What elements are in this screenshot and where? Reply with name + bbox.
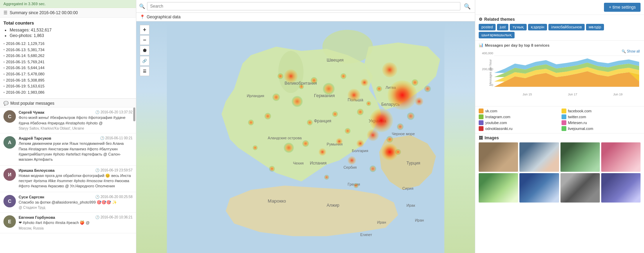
- svg-point-30: [382, 62, 397, 77]
- image-thumb-2[interactable]: [519, 142, 559, 172]
- svg-text:Египет: Египет: [360, 233, 372, 237]
- geo-bar: 📍 Geographical data: [136, 13, 475, 21]
- legend-item: Mirtesen.ru: [562, 120, 641, 125]
- message-time: 🕐 2016-06-20 13:37:32: [95, 110, 133, 114]
- theme-tag[interactable]: түнық: [510, 24, 527, 30]
- list-item[interactable]: И Иришка Белоусова 🕐 2016-06-19 23:59:57…: [0, 166, 136, 192]
- date-label: 2016-06-18: 5,308,895: [6, 77, 45, 84]
- map-layers-button[interactable]: ☰: [140, 66, 149, 76]
- image-thumb-3[interactable]: [560, 142, 600, 172]
- image-thumb-8[interactable]: [601, 173, 641, 203]
- theme-tag[interactable]: шығармашылық: [479, 32, 515, 38]
- message-author: Евгения Горбунова: [19, 215, 55, 219]
- zoom-out-button[interactable]: −: [140, 35, 149, 45]
- zoom-in-button[interactable]: +: [140, 25, 149, 35]
- image-thumb-7[interactable]: [560, 173, 600, 203]
- legend-grid: vk.com facebook.com Instagram.com twitte…: [475, 106, 644, 133]
- summary-bar: ☰ Summary since 2016-06-12 00:00:00: [0, 8, 136, 18]
- message-author: Суси Саргсян: [19, 195, 44, 199]
- message-time: 🕐 2016-06-20 10:36:21: [95, 215, 133, 219]
- legend-color: [479, 114, 484, 119]
- svg-point-43: [407, 112, 414, 120]
- legend-item: livejournal.com: [562, 126, 641, 131]
- counters-title: Total counters: [3, 20, 133, 26]
- message-text: Легким движением руки или Язык телодвиже…: [19, 141, 133, 162]
- message-header: Андрей Тарсуков 🕐 2016-06-11 00:21: [19, 136, 133, 140]
- message-content: Суси Саргсян 🕐 2016-06-20 00:25:58 Спаси…: [19, 195, 133, 209]
- svg-text:Болгария: Болгария: [352, 149, 368, 153]
- legend-label: odnoklassniki.ru: [485, 126, 513, 131]
- theme-tag[interactable]: posted: [479, 24, 496, 30]
- theme-tag[interactable]: мәлдір: [586, 24, 604, 30]
- svg-point-61: [397, 123, 403, 130]
- svg-point-31: [348, 89, 360, 102]
- legend-color: [479, 109, 484, 113]
- svg-point-42: [415, 97, 423, 105]
- message-header: Сергей Чумак 🕐 2016-06-20 13:37:32: [19, 110, 133, 114]
- y-axis-label: Messages per hour: [489, 59, 492, 86]
- time-settings-button[interactable]: + time settings: [604, 3, 641, 12]
- message-content: Иришка Белоусова 🕐 2016-06-19 23:59:57 Н…: [19, 168, 133, 189]
- message-text: Новая модная прога для обработки фотогра…: [19, 173, 133, 189]
- theme-tag[interactable]: қздерін: [528, 24, 547, 30]
- list-item[interactable]: С Суси Саргсян 🕐 2016-06-20 00:25:58 Спа…: [0, 192, 136, 213]
- legend-item: vk.com: [479, 109, 558, 113]
- legend-item: youtube.com: [479, 120, 558, 125]
- svg-point-44: [357, 109, 363, 115]
- svg-text:Сирия: Сирия: [402, 186, 413, 190]
- theme-tag[interactable]: ілиясбайбосынов: [548, 24, 585, 30]
- date-bullet: •: [3, 77, 5, 83]
- svg-point-37: [367, 129, 379, 141]
- messages-list[interactable]: С Сергей Чумак 🕐 2016-06-20 13:37:32 Фот…: [0, 107, 136, 253]
- image-thumb-4[interactable]: [601, 142, 641, 172]
- svg-point-51: [348, 156, 356, 165]
- image-thumb-5[interactable]: [479, 173, 518, 203]
- most-popular-header: 💬 Most popular messages: [0, 99, 136, 107]
- map-controls: + − ⬟ 🔗 ☰: [140, 25, 149, 76]
- geo-label: Geographical data: [147, 15, 180, 19]
- legend-label: youtube.com: [485, 121, 507, 125]
- svg-point-59: [366, 101, 371, 106]
- search-button[interactable]: 🔍: [462, 2, 472, 10]
- svg-point-34: [292, 96, 303, 107]
- svg-point-38: [311, 77, 317, 84]
- list-item[interactable]: С Сергей Чумак 🕐 2016-06-20 13:37:32 Фот…: [0, 107, 136, 133]
- message-content: Евгения Горбунова 🕐 2016-06-20 10:36:21 …: [19, 215, 133, 230]
- date-bullet: •: [3, 47, 5, 53]
- related-themes-icon: ⚙: [479, 17, 482, 22]
- legend-label: Instagram.com: [485, 115, 510, 119]
- svg-text:Ирландия: Ирландия: [247, 94, 264, 98]
- date-label: 2016-06-13: 5,381,734: [6, 47, 45, 53]
- list-item[interactable]: А Андрей Тарсуков 🕐 2016-06-11 00:21 Лег…: [0, 133, 136, 166]
- list-item[interactable]: Е Евгения Горбунова 🕐 2016-06-20 10:36:2…: [0, 213, 136, 233]
- svg-point-33: [284, 69, 297, 83]
- date-bullet: •: [3, 41, 5, 47]
- theme-tag[interactable]: just: [497, 24, 508, 30]
- image-thumb-6[interactable]: [519, 173, 559, 203]
- search-icon: 🔍: [139, 3, 145, 9]
- search-input[interactable]: фото OR instagram OR photo OR фотография…: [147, 2, 460, 10]
- right-panel: + time settings ⚙ Related themes postedj…: [475, 0, 644, 253]
- svg-text:Иран: Иран: [377, 220, 386, 224]
- date-row: • 2016-06-13: 5,381,734: [3, 47, 133, 53]
- images-grid: [479, 142, 641, 203]
- aggregated-text: Aggregated in 3.369 sec.: [3, 2, 46, 6]
- message-header: Евгения Горбунова 🕐 2016-06-20 10:36:21: [19, 215, 133, 219]
- total-counters: Total counters Messages: 41,532,617 Geo-…: [0, 18, 136, 99]
- message-time: 🕐 2016-06-11 00:21: [100, 136, 133, 140]
- map-draw-button[interactable]: ⬟: [140, 46, 149, 55]
- images-icon: 🖼: [479, 135, 483, 140]
- date-row: • 2016-06-15: 5,769,241: [3, 59, 133, 65]
- date-bullet: •: [3, 65, 5, 71]
- date-row: • 2016-06-12: 1,129,716: [3, 41, 133, 47]
- legend-color: [562, 114, 566, 119]
- map-link-button[interactable]: 🔗: [140, 56, 149, 66]
- scrollbar[interactable]: [133, 107, 135, 121]
- speech-bubble-icon: 💬: [3, 101, 9, 106]
- image-thumb-1[interactable]: [479, 142, 518, 172]
- related-themes: ⚙ Related themes postedjustтүныққздеріні…: [475, 15, 644, 41]
- svg-point-60: [376, 86, 382, 92]
- svg-point-29: [370, 109, 393, 132]
- svg-text:Чехия: Чехия: [293, 161, 304, 165]
- map-container[interactable]: Швеция Великобритания Ирландия Германия …: [136, 21, 475, 253]
